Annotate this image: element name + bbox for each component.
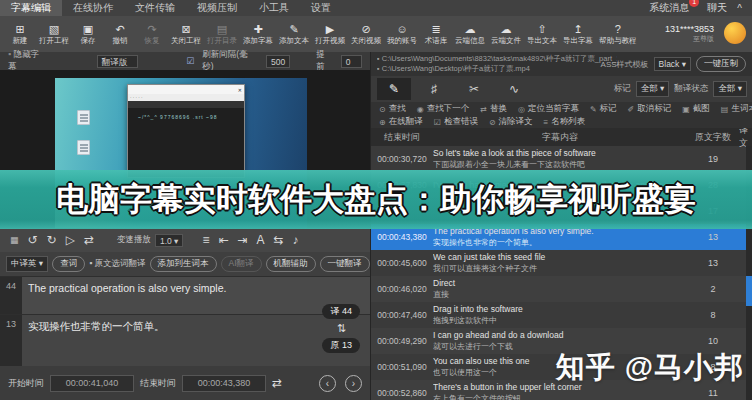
find-next-button[interactable]: ◉查找下一个 xyxy=(417,103,469,115)
tab-file-transfer[interactable]: 文件传输 xyxy=(124,0,186,16)
add-text-button[interactable]: ✎添加文本 xyxy=(276,17,312,51)
waveform-mode-tab[interactable]: ∿ xyxy=(497,78,531,100)
source-text-editor[interactable]: 44 The practical operation is also very … xyxy=(0,276,370,314)
open-directory-button[interactable]: ▤打开目录 xyxy=(204,17,240,51)
find-icon: ⊙ xyxy=(379,105,386,114)
online-translate-button[interactable]: ⊕在线翻译 xyxy=(379,116,423,128)
file-paths: ▪ C:\Users\Wang\Documents\8832\tasks\mak… xyxy=(377,54,617,74)
redo-button[interactable]: ↷恢复 xyxy=(136,17,168,51)
ass-style-select[interactable]: Black ▾ xyxy=(654,57,691,71)
export-text-button[interactable]: ⇧导出文本 xyxy=(524,17,560,51)
undo-icon: ↶ xyxy=(115,23,124,36)
refresh-interval-input[interactable]: 500 xyxy=(266,55,290,68)
status-filter-label: 翻译状态 xyxy=(674,83,708,95)
name-list-button[interactable]: ≡名称列表 xyxy=(544,116,586,128)
open-project-button[interactable]: ▧打开工程 xyxy=(36,17,72,51)
refresh-checkbox[interactable]: ☑ xyxy=(186,56,194,66)
version-select[interactable]: 翻译版 ▾ xyxy=(97,55,139,68)
replace-icon: ⇄ xyxy=(480,105,487,114)
collapse-icon[interactable]: ^ xyxy=(737,3,742,14)
locate-current-button[interactable]: ◎定位当前字幕 xyxy=(518,103,579,115)
swap-vertical-icon[interactable]: ⇅ xyxy=(337,322,346,335)
align-end-icon[interactable]: ⇥ xyxy=(237,233,247,247)
find-button[interactable]: ⊙查找 xyxy=(379,103,406,115)
translate-toolbar: 中译英 ▾ 查词 ▪ 原文选词翻译 添加到生词本 AI翻译 机翻辅助 一键翻译 … xyxy=(0,252,370,276)
system-message-button[interactable]: 系统消息 1 xyxy=(649,1,689,15)
language-direction-select[interactable]: 中译英 ▾ xyxy=(6,256,48,272)
export-subtitle-button[interactable]: ↥导出字幕 xyxy=(560,17,596,51)
timeline-mode-tab[interactable]: ♯ xyxy=(417,78,451,100)
my-account-button[interactable]: ☺我的账号 xyxy=(384,17,420,51)
ai-translate-button[interactable]: AI翻译 xyxy=(221,256,262,272)
status-filter-select[interactable]: 全部 ▾ xyxy=(713,81,747,97)
locate-icon: ◎ xyxy=(518,105,525,114)
swap-icon[interactable]: ⇆ xyxy=(274,233,284,247)
cloud-files-button[interactable]: ☁云端文件 xyxy=(488,17,524,51)
edit-mode-tab[interactable]: ✎ xyxy=(377,78,411,100)
tab-subtitle-edit[interactable]: 字幕编辑 xyxy=(0,0,62,16)
unmark-button[interactable]: ✐取消标记 xyxy=(628,103,672,115)
table-row[interactable]: 00:00:30,720 So let's take a look at thi… xyxy=(371,146,752,172)
save-button[interactable]: ▣保存 xyxy=(72,17,104,51)
next-subtitle-button[interactable]: › xyxy=(345,375,362,392)
mark-filter-select[interactable]: 全部 ▾ xyxy=(636,81,670,97)
add-subtitle-button[interactable]: ✚添加字幕 xyxy=(240,17,276,51)
translation-text-editor[interactable]: 13 实现操作也非常的一个简单。 xyxy=(0,314,370,366)
translated-count-badge: 译 44 xyxy=(322,304,360,319)
tab-video-encode[interactable]: 视频压制 xyxy=(186,0,248,16)
table-row[interactable]: 00:00:45,600 We can just take this seed … xyxy=(371,250,752,276)
help-button[interactable]: ?帮助与教程 xyxy=(596,17,640,51)
one-key-translate-button[interactable]: 一键翻译 xyxy=(320,256,370,272)
speed-select[interactable]: 1.0 ▾ xyxy=(155,234,183,247)
screenshot-button[interactable]: ▣截图 xyxy=(682,103,710,115)
forward-icon[interactable]: ↻ xyxy=(47,233,57,247)
one-key-encode-button[interactable]: 一键压制 xyxy=(696,56,746,72)
term-library-button[interactable]: ≣术语库 xyxy=(420,17,452,51)
undo-button[interactable]: ↶撤销 xyxy=(104,17,136,51)
stop-icon[interactable]: ▦ xyxy=(10,235,19,245)
play-icon[interactable]: ▷ xyxy=(66,233,75,247)
new-button[interactable]: ⊞新建 xyxy=(4,17,36,51)
ahead-select[interactable]: 0 ▾ xyxy=(341,55,362,68)
folder-open-icon: ▧ xyxy=(49,23,59,36)
table-row[interactable]: 00:00:47,460 Drag it into the software拖拽… xyxy=(371,302,752,328)
rewind-icon[interactable]: ↺ xyxy=(28,233,38,247)
cloud-info-button[interactable]: ☁云端信息 xyxy=(452,17,488,51)
split-mode-tab[interactable]: ✂ xyxy=(457,78,491,100)
previous-subtitle-button[interactable]: ‹ xyxy=(319,375,336,392)
chat-button[interactable]: 聊天 xyxy=(707,1,727,15)
plus-icon: ✚ xyxy=(253,23,262,36)
select-word-translate-checkbox[interactable]: ▪ 原文选词翻译 xyxy=(89,258,145,270)
open-video-button[interactable]: ▶打开视频 xyxy=(312,17,348,51)
replace-button[interactable]: ⇄替换 xyxy=(480,103,507,115)
notepad-menu: · · · · · xyxy=(128,94,244,101)
swap-times-icon[interactable]: ⇄ xyxy=(272,376,282,390)
scrollbar-thumb[interactable] xyxy=(746,276,752,306)
add-to-notebook-button[interactable]: 添加到生词本 xyxy=(150,256,217,272)
align-start-icon[interactable]: ⇤ xyxy=(218,233,228,247)
end-time-input[interactable]: 00:00:43,380 xyxy=(182,375,266,392)
close-project-button[interactable]: ⊠关闭工程 xyxy=(168,17,204,51)
vocab-notebook-button[interactable]: ▤生词本 xyxy=(721,103,752,115)
volume-icon[interactable]: ♪ xyxy=(293,233,299,247)
merge-up-icon[interactable]: ≡ xyxy=(202,233,209,247)
avatar[interactable] xyxy=(724,22,746,44)
font-icon[interactable]: A xyxy=(257,233,265,247)
tab-tools[interactable]: 小工具 xyxy=(248,0,300,16)
machine-translate-button[interactable]: 机翻辅助 xyxy=(266,256,316,272)
mark-button[interactable]: ✎标记 xyxy=(590,103,617,115)
tab-settings[interactable]: 设置 xyxy=(300,0,342,16)
start-time-input[interactable]: 00:00:41,040 xyxy=(50,375,134,392)
list-icon: ≡ xyxy=(544,118,549,127)
message-count-badge: 1 xyxy=(689,0,699,7)
table-row[interactable]: 00:00:46,020 Direct直接 2 xyxy=(371,276,752,302)
main-toolbar: ⊞新建 ▧打开工程 ▣保存 ↶撤销 ↷恢复 ⊠关闭工程 ▤打开目录 ✚添加字幕 … xyxy=(0,16,752,52)
lookup-word-button[interactable]: 查词 xyxy=(52,256,85,272)
tab-online-collab[interactable]: 在线协作 xyxy=(62,0,124,16)
loop-icon[interactable]: ⇄ xyxy=(84,233,94,247)
check-errors-button[interactable]: ☑检查错误 xyxy=(434,116,478,128)
close-video-button[interactable]: ⊘关闭视频 xyxy=(348,17,384,51)
clear-translation-button[interactable]: ⊘清除译文 xyxy=(489,116,533,128)
playback-controls: ▦ ↺ ↻ ▷ ⇄ 变速播放 1.0 ▾ ≡ ⇤ ⇥ A ⇆ ♪ xyxy=(0,228,370,252)
notebook-icon: ▤ xyxy=(721,105,729,114)
